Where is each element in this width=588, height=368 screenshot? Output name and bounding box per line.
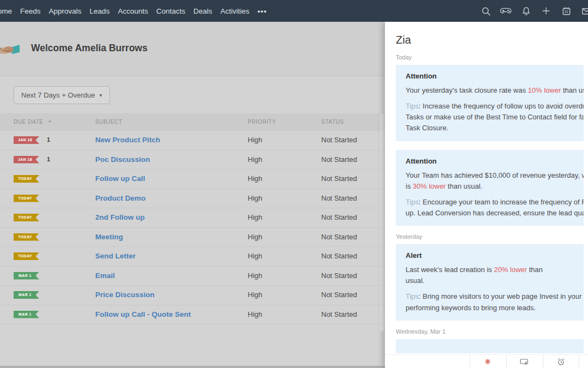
task-priority: High (248, 291, 262, 299)
due-filter-dropdown[interactable]: Next 7 Days + Overdue ▾ (14, 86, 110, 104)
zia-notification-card[interactable] (396, 339, 588, 353)
task-priority: High (248, 213, 262, 221)
task-status: Not Started (321, 272, 357, 280)
card-title: Alert (406, 251, 588, 260)
zia-notification-card[interactable]: Attention Your Team has achieved $10,000… (396, 150, 588, 226)
task-subject-link[interactable]: Follow up Call (95, 174, 145, 183)
due-date-badge: TODAY (14, 175, 39, 183)
due-date-badge: JAN 18 (14, 136, 39, 144)
tips-label: Tips (406, 292, 419, 300)
card-highlight-text: 10% lower (528, 86, 561, 94)
task-priority: High (248, 174, 262, 183)
card-title: Attention (406, 157, 588, 165)
task-subject-link[interactable]: 2nd Follow up (95, 213, 145, 221)
due-date-badge: MAR 1 (14, 291, 39, 299)
table-row[interactable]: MAR 1 Email High Not Started (0, 267, 385, 286)
alarm-clock-icon[interactable] (543, 355, 579, 368)
section-label-yesterday: Yesterday (396, 233, 588, 240)
due-date-badge: MAR 1 (14, 272, 39, 280)
task-priority: High (248, 252, 262, 260)
tips-text: : Increase the frequency of follow ups t… (406, 102, 588, 132)
tips-label: Tips (406, 198, 419, 206)
column-priority[interactable]: PRIORITY (248, 119, 276, 125)
due-date-badge: TODAY (14, 195, 39, 202)
nav-more-menu[interactable]: ••• (258, 7, 267, 15)
due-date-badge: TODAY (14, 233, 39, 241)
task-status: Not Started (321, 291, 357, 299)
task-priority: High (248, 155, 262, 164)
nav-item-home[interactable]: Home (0, 7, 12, 15)
task-status: Not Started (321, 194, 357, 202)
zia-notification-card[interactable]: Attention Your yesterday's task closure … (396, 65, 588, 141)
task-priority: High (248, 272, 262, 280)
zia-notification-card[interactable]: Alert Last week's lead creation is 20% l… (396, 244, 588, 321)
add-icon[interactable] (540, 5, 552, 17)
top-navigation: Home Feeds Approvals Leads Accounts Cont… (0, 0, 588, 22)
task-priority: High (248, 310, 262, 318)
task-subject-link[interactable]: Email (95, 272, 115, 280)
bell-icon[interactable] (520, 5, 532, 17)
handshake-image (0, 36, 20, 62)
task-status: Not Started (321, 155, 357, 164)
nav-item-feeds[interactable]: Feeds (20, 7, 41, 15)
filter-label: Next 7 Days + Overdue (21, 91, 95, 99)
task-subject-link[interactable]: Price Discussion (95, 291, 155, 299)
task-status: Not Started (321, 310, 357, 318)
page-title: Welcome Amelia Burrows (31, 43, 148, 54)
column-due-date[interactable]: DUE DATE (14, 119, 44, 125)
sort-asc-icon[interactable]: ▲ (48, 119, 52, 123)
section-label-today: Today (396, 54, 588, 61)
column-subject[interactable]: SUBJECT (95, 119, 122, 125)
task-status: Not Started (321, 213, 357, 221)
nav-item-approvals[interactable]: Approvals (49, 7, 82, 15)
card-title: Attention (406, 72, 588, 80)
card-highlight-text: 30% lower (413, 182, 446, 190)
zia-panel-title: Zia (396, 34, 588, 46)
main-scrollbar[interactable] (380, 113, 384, 331)
table-row[interactable]: JAN 18 1 New Product Pitch High Not Star… (0, 131, 385, 150)
task-status: Not Started (321, 136, 357, 144)
screen-share-icon[interactable] (506, 355, 542, 368)
gamepad-icon[interactable] (500, 5, 512, 17)
column-status[interactable]: STATUS (321, 119, 344, 125)
task-subject-link[interactable]: Product Demo (95, 194, 145, 202)
table-row[interactable]: TODAY 2nd Follow up High Not Started (0, 208, 385, 228)
table-row[interactable]: TODAY Follow up Call High Not Started (0, 170, 385, 189)
task-status: Not Started (321, 252, 357, 260)
task-status: Not Started (321, 233, 357, 241)
task-subject-link[interactable]: Poc Discussion (95, 155, 150, 164)
mail-icon[interactable] (580, 5, 588, 17)
table-row[interactable]: TODAY Send Letter High Not Started (0, 247, 385, 267)
nav-item-accounts[interactable]: Accounts (118, 7, 148, 15)
due-date-badge: TODAY (14, 214, 39, 221)
table-row[interactable]: MAR 1 Follow up Call - Quote Sent High N… (0, 305, 385, 325)
overdue-count: 1 (47, 156, 50, 162)
task-subject-link[interactable]: Meeting (95, 233, 123, 241)
task-list: JAN 18 1 New Product Pitch High Not Star… (0, 131, 385, 324)
task-subject-link[interactable]: New Product Pitch (95, 136, 160, 144)
task-subject-link[interactable]: Follow up Call - Quote Sent (95, 310, 191, 318)
nav-item-contacts[interactable]: Contacts (156, 7, 185, 15)
table-row[interactable]: TODAY Product Demo High Not Started (0, 189, 385, 209)
nav-item-activities[interactable]: Activities (220, 7, 249, 15)
card-body-text: than usual. (446, 182, 482, 190)
svg-text:31: 31 (564, 10, 568, 14)
zia-scrollbar-track[interactable] (584, 22, 588, 368)
table-row[interactable]: JAN 18 1 Poc Discussion High Not Started (0, 150, 385, 170)
nav-item-leads[interactable]: Leads (90, 7, 110, 15)
task-subject-link[interactable]: Send Letter (95, 252, 136, 260)
calendar-icon[interactable]: 31 (560, 5, 572, 17)
section-label-wednesday: Wednesday, Mar 1 (396, 328, 588, 335)
nav-item-deals[interactable]: Deals (193, 7, 212, 15)
due-date-badge: TODAY (14, 252, 39, 260)
chevron-down-icon: ▾ (99, 92, 102, 98)
nav-menu: Home Feeds Approvals Leads Accounts Cont… (0, 7, 267, 15)
task-priority: High (248, 233, 262, 241)
table-row[interactable]: MAR 1 Price Discussion High Not Started (0, 286, 385, 305)
card-body-text: Your yesterday's task closure rate was (406, 86, 528, 94)
card-body-text: Last week's lead creation is (406, 266, 494, 274)
zia-assistant-icon[interactable]: ❋ (470, 355, 506, 368)
search-icon[interactable] (480, 5, 492, 17)
table-row[interactable]: TODAY Meeting High Not Started (0, 228, 385, 248)
due-date-badge: MAR 1 (14, 311, 39, 318)
